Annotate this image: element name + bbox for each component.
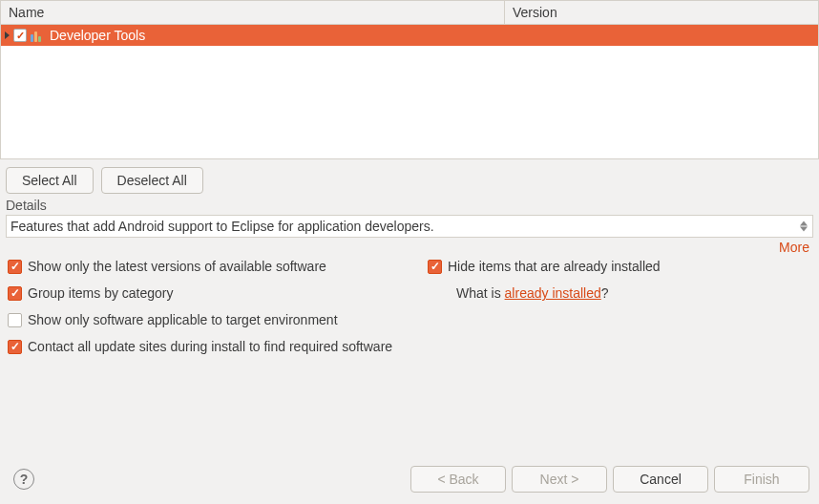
checkbox-icon[interactable] [8, 260, 22, 274]
latest-versions-checkbox[interactable]: Show only the latest versions of availab… [8, 259, 418, 274]
checkbox-label: Hide items that are already installed [448, 259, 661, 274]
details-scroll-icon[interactable] [797, 221, 810, 232]
checkbox-icon[interactable] [8, 286, 22, 301]
table-header: Name Version [1, 1, 818, 25]
checkbox-icon[interactable] [8, 340, 22, 354]
selection-buttons: Select All Deselect All [0, 159, 819, 198]
deselect-all-button[interactable]: Deselect All [101, 167, 203, 194]
wizard-footer: ? < Back Next > Cancel Finish [0, 456, 819, 504]
software-table: Name Version Developer Tools [0, 0, 819, 159]
finish-button[interactable]: Finish [714, 466, 809, 493]
category-icon [31, 29, 46, 42]
select-all-button[interactable]: Select All [6, 167, 94, 194]
checkbox-label: Show only the latest versions of availab… [28, 259, 326, 274]
expand-arrow-icon[interactable] [5, 32, 10, 39]
row-checkbox[interactable] [13, 29, 27, 42]
whatis-prefix: What is [456, 285, 505, 301]
options-panel: Show only the latest versions of availab… [0, 259, 819, 354]
checkbox-label: Contact all update sites during install … [28, 339, 392, 354]
details-content: Features that add Android support to Ecl… [10, 219, 434, 234]
cancel-button[interactable]: Cancel [613, 466, 708, 493]
back-button[interactable]: < Back [410, 466, 506, 493]
help-icon[interactable]: ? [13, 469, 34, 490]
checkbox-label: Group items by category [28, 285, 174, 301]
already-installed-link[interactable]: already installed [505, 285, 601, 301]
column-version[interactable]: Version [505, 1, 818, 24]
whatis-text: What is already installed? [428, 285, 811, 301]
hide-installed-checkbox[interactable]: Hide items that are already installed [428, 259, 811, 274]
row-label: Developer Tools [50, 28, 145, 43]
applicable-target-checkbox[interactable]: Show only software applicable to target … [8, 312, 418, 327]
contact-update-sites-checkbox[interactable]: Contact all update sites during install … [8, 339, 811, 354]
details-label: Details [0, 198, 819, 215]
more-link[interactable]: More [0, 238, 819, 259]
next-button[interactable]: Next > [512, 466, 607, 493]
checkbox-icon[interactable] [428, 260, 442, 274]
whatis-suffix: ? [601, 285, 609, 301]
column-name[interactable]: Name [1, 1, 505, 24]
table-body[interactable]: Developer Tools [1, 25, 818, 158]
checkbox-icon[interactable] [8, 313, 22, 327]
group-by-category-checkbox[interactable]: Group items by category [8, 285, 418, 301]
details-text: Features that add Android support to Ecl… [6, 215, 813, 238]
checkbox-label: Show only software applicable to target … [28, 312, 338, 327]
table-row[interactable]: Developer Tools [1, 25, 818, 46]
